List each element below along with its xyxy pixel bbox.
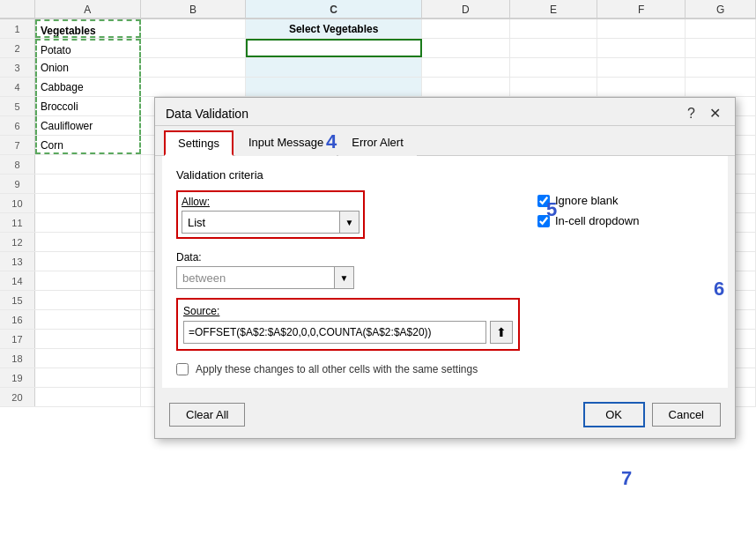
table-row: 4 Cabbage [0, 78, 756, 97]
cell-e3[interactable] [510, 58, 598, 77]
cell-f3[interactable] [597, 58, 686, 77]
cell-a3[interactable]: Onion [35, 58, 141, 77]
cell-a5[interactable]: Broccoli [35, 97, 141, 115]
cell-g2[interactable] [686, 39, 756, 57]
incell-dropdown-row: In-cell dropdown [537, 214, 714, 227]
section-title: Validation criteria [176, 168, 714, 182]
dialog-titlebar: Data Validation ? ✕ [155, 98, 735, 126]
cell-g4[interactable] [686, 78, 756, 96]
row-num: 1 [0, 19, 35, 38]
dialog-footer: Clear All OK Cancel [155, 395, 735, 438]
ignore-blank-row: Ignore blank [537, 194, 714, 207]
data-dropdown-arrow[interactable]: ▼ [335, 266, 354, 289]
allow-select[interactable]: List [182, 211, 340, 234]
tab-error-alert[interactable]: Error Alert [338, 130, 417, 156]
allow-box: Allow: List ▼ [176, 190, 365, 239]
cell-e1[interactable] [510, 19, 598, 38]
cell-d3[interactable] [422, 58, 510, 77]
dialog-body: Validation criteria Allow: List ▼ Data: [162, 156, 728, 388]
apply-row: Apply these changes to all other cells w… [176, 363, 714, 375]
dialog-help-button[interactable]: ? [684, 106, 699, 122]
row-num: 4 [0, 78, 35, 96]
tab-settings[interactable]: Settings [164, 130, 233, 156]
cell-b1[interactable] [141, 19, 247, 38]
col-header-d: D [422, 0, 510, 19]
step-7-annotation: 7 [621, 467, 632, 490]
validation-right: Ignore blank In-cell dropdown [537, 190, 714, 351]
column-header-row: A B C D E F G [0, 0, 756, 19]
data-section: Data: between ▼ [176, 251, 520, 289]
data-label: Data: [176, 251, 520, 264]
cell-c4[interactable] [246, 78, 422, 96]
cell-a4[interactable]: Cabbage [35, 78, 141, 96]
col-header-c: C [246, 0, 422, 19]
cell-e4[interactable] [510, 78, 598, 96]
dialog-title: Data Validation [166, 107, 248, 121]
row-num: 6 [0, 116, 35, 135]
dialog-tabs: Settings Input Message Error Alert [155, 130, 735, 156]
row-num: 5 [0, 97, 35, 115]
source-box: Source: ⬆ [176, 298, 520, 351]
col-header-f: F [597, 0, 686, 19]
step-4-annotation: 4 [326, 130, 337, 153]
source-input-row: ⬆ [183, 321, 513, 344]
ok-button[interactable]: OK [583, 402, 645, 427]
table-row: 3 Onion [0, 58, 756, 78]
col-header-a: A [35, 0, 141, 19]
cell-g3[interactable] [686, 58, 756, 77]
col-header-b: B [141, 0, 247, 19]
col-header-e: E [510, 0, 598, 19]
cell-b4[interactable] [141, 78, 247, 96]
dialog-controls: ? ✕ [684, 105, 724, 122]
incell-dropdown-label: In-cell dropdown [555, 214, 639, 227]
validation-left: Allow: List ▼ Data: between [176, 190, 520, 351]
dialog-close-button[interactable]: ✕ [706, 105, 724, 122]
clear-all-button[interactable]: Clear All [169, 403, 245, 427]
col-header-g: G [686, 0, 756, 19]
step-6-annotation: 6 [714, 278, 724, 301]
cell-c1[interactable]: Select Vegetables [246, 19, 422, 38]
cell-e2[interactable] [510, 39, 598, 57]
cell-a2[interactable]: Potato [35, 39, 141, 57]
data-select[interactable]: between [176, 266, 335, 289]
cell-f4[interactable] [597, 78, 686, 96]
ignore-blank-label: Ignore blank [555, 194, 619, 207]
allow-label: Allow: [182, 196, 359, 208]
cell-b2[interactable] [141, 39, 247, 57]
row-num-header [0, 0, 35, 19]
cell-f1[interactable] [597, 19, 686, 38]
row-num: 7 [0, 136, 35, 154]
cell-c2[interactable] [246, 39, 422, 57]
cell-d2[interactable] [422, 39, 510, 57]
cell-a1[interactable]: Vegetables [35, 19, 141, 38]
cell-a6[interactable]: Cauliflower [35, 116, 141, 135]
table-row: 1 Vegetables Select Vegetables [0, 19, 756, 39]
cell-d1[interactable] [422, 19, 510, 38]
data-dropdown-row: between ▼ [176, 266, 520, 289]
table-row: 2 Potato [0, 39, 756, 58]
allow-dropdown-row: List ▼ [182, 211, 359, 234]
row-num: 2 [0, 39, 35, 57]
cell-a7[interactable]: Corn [35, 136, 141, 154]
row-num: 3 [0, 58, 35, 77]
source-input[interactable] [183, 321, 486, 344]
cell-b3[interactable] [141, 58, 247, 77]
cancel-button[interactable]: Cancel [652, 403, 721, 427]
allow-dropdown-arrow[interactable]: ▼ [340, 211, 359, 234]
cell-c3[interactable] [246, 58, 422, 77]
source-label: Source: [183, 305, 513, 317]
cell-f2[interactable] [597, 39, 686, 57]
step-5-annotation: 5 [546, 198, 557, 221]
source-collapse-button[interactable]: ⬆ [490, 321, 513, 344]
apply-checkbox[interactable] [176, 363, 189, 375]
validation-grid: Allow: List ▼ Data: between [176, 190, 714, 351]
cell-g1[interactable] [686, 19, 756, 38]
apply-label: Apply these changes to all other cells w… [196, 363, 478, 375]
data-validation-dialog: Data Validation ? ✕ Settings Input Messa… [154, 97, 736, 439]
cell-d4[interactable] [422, 78, 510, 96]
tab-input-message[interactable]: Input Message [235, 130, 337, 156]
